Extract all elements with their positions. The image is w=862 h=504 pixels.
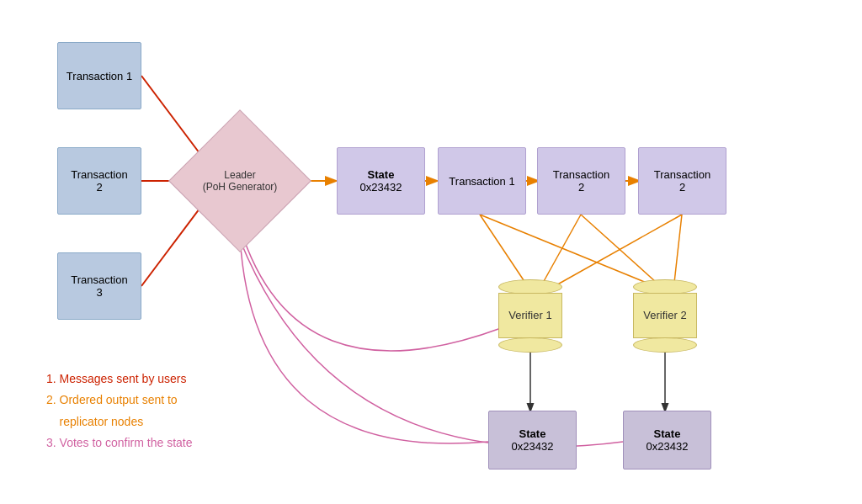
chain-transaction-3-label: Transaction2	[654, 168, 710, 194]
transaction-2-label: Transaction2	[71, 168, 127, 194]
state-0-box: State0x23432	[337, 147, 425, 215]
legend-item-2: 2. Ordered output sent to replicator nod…	[46, 390, 193, 432]
legend-3-text: 3. Votes to confirm the state	[46, 436, 193, 449]
transaction-1-box: Transaction 1	[57, 42, 141, 109]
state-0-label: State0x23432	[360, 168, 402, 194]
chain-transaction-2-box: Transaction2	[537, 147, 625, 215]
state-2-label: State0x23432	[646, 427, 689, 453]
verifier-2-cylinder: Verifier 2	[631, 278, 699, 353]
legend-item-1: 1. Messages sent by users	[46, 369, 193, 390]
diagram: Transaction 1 Transaction2 Transaction3 …	[0, 0, 862, 504]
verifier-1-label: Verifier 1	[508, 309, 551, 321]
state-1-label: State0x23432	[512, 427, 554, 453]
transaction-3-label: Transaction3	[71, 273, 127, 299]
legend-item-3: 3. Votes to confirm the state	[46, 432, 193, 454]
state-1-box: State0x23432	[488, 411, 577, 470]
legend-2-text: 2. Ordered output sent to replicator nod…	[46, 393, 178, 427]
state-2-box: State0x23432	[623, 411, 711, 470]
chain-transaction-3-box: Transaction2	[638, 147, 726, 215]
legend-1-text: 1. Messages sent by users	[46, 372, 187, 385]
chain-transaction-1-box: Transaction 1	[438, 147, 526, 215]
transaction-3-box: Transaction3	[57, 252, 141, 320]
chain-transaction-1-label: Transaction 1	[449, 175, 514, 188]
chain-transaction-2-label: Transaction2	[553, 168, 609, 194]
leader-label: Leader(PoH Generator)	[203, 169, 278, 193]
verifier-2-label: Verifier 2	[643, 309, 686, 321]
transaction-1-label: Transaction 1	[67, 70, 132, 82]
transaction-2-box: Transaction2	[57, 147, 141, 215]
legend: 1. Messages sent by users 2. Ordered out…	[46, 369, 193, 454]
leader-diamond-wrap: Leader(PoH Generator)	[185, 126, 295, 236]
verifier-1-cylinder: Verifier 1	[497, 278, 564, 353]
